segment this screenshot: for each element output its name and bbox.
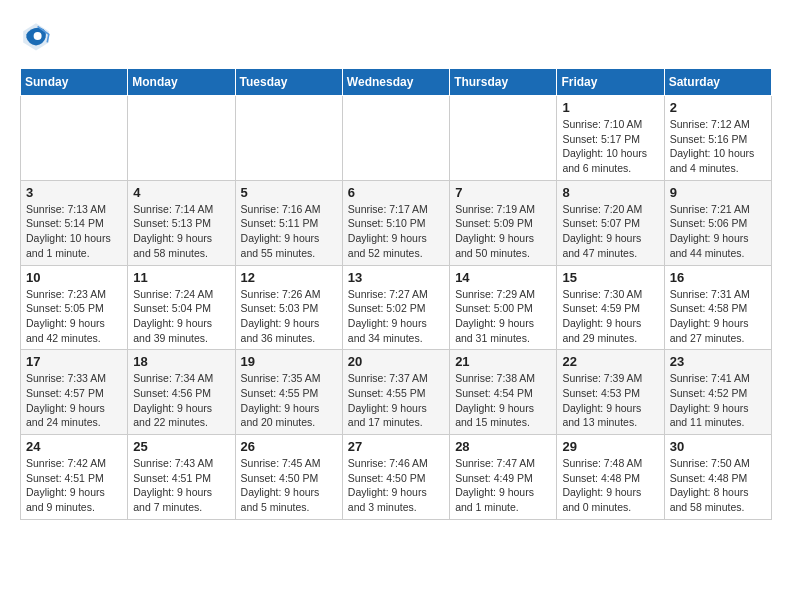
day-number: 2 [670, 100, 766, 115]
day-number: 27 [348, 439, 444, 454]
day-number: 16 [670, 270, 766, 285]
day-info: Sunrise: 7:42 AM Sunset: 4:51 PM Dayligh… [26, 457, 106, 513]
day-info: Sunrise: 7:17 AM Sunset: 5:10 PM Dayligh… [348, 203, 428, 259]
calendar-day-cell [128, 96, 235, 181]
day-info: Sunrise: 7:31 AM Sunset: 4:58 PM Dayligh… [670, 288, 750, 344]
day-info: Sunrise: 7:33 AM Sunset: 4:57 PM Dayligh… [26, 372, 106, 428]
day-number: 8 [562, 185, 658, 200]
calendar-day-cell: 5Sunrise: 7:16 AM Sunset: 5:11 PM Daylig… [235, 180, 342, 265]
day-info: Sunrise: 7:24 AM Sunset: 5:04 PM Dayligh… [133, 288, 213, 344]
day-info: Sunrise: 7:37 AM Sunset: 4:55 PM Dayligh… [348, 372, 428, 428]
calendar-day-cell: 7Sunrise: 7:19 AM Sunset: 5:09 PM Daylig… [450, 180, 557, 265]
calendar-day-cell: 19Sunrise: 7:35 AM Sunset: 4:55 PM Dayli… [235, 350, 342, 435]
calendar-day-cell: 4Sunrise: 7:14 AM Sunset: 5:13 PM Daylig… [128, 180, 235, 265]
calendar-day-cell: 28Sunrise: 7:47 AM Sunset: 4:49 PM Dayli… [450, 435, 557, 520]
calendar-day-cell: 9Sunrise: 7:21 AM Sunset: 5:06 PM Daylig… [664, 180, 771, 265]
day-number: 15 [562, 270, 658, 285]
day-info: Sunrise: 7:20 AM Sunset: 5:07 PM Dayligh… [562, 203, 642, 259]
calendar-day-cell [21, 96, 128, 181]
day-number: 14 [455, 270, 551, 285]
weekday-header: Saturday [664, 69, 771, 96]
svg-point-2 [34, 32, 42, 40]
day-number: 24 [26, 439, 122, 454]
day-info: Sunrise: 7:34 AM Sunset: 4:56 PM Dayligh… [133, 372, 213, 428]
calendar-day-cell: 25Sunrise: 7:43 AM Sunset: 4:51 PM Dayli… [128, 435, 235, 520]
calendar-day-cell: 26Sunrise: 7:45 AM Sunset: 4:50 PM Dayli… [235, 435, 342, 520]
day-info: Sunrise: 7:43 AM Sunset: 4:51 PM Dayligh… [133, 457, 213, 513]
calendar-day-cell: 23Sunrise: 7:41 AM Sunset: 4:52 PM Dayli… [664, 350, 771, 435]
day-number: 12 [241, 270, 337, 285]
calendar-day-cell: 10Sunrise: 7:23 AM Sunset: 5:05 PM Dayli… [21, 265, 128, 350]
weekday-header: Wednesday [342, 69, 449, 96]
day-info: Sunrise: 7:19 AM Sunset: 5:09 PM Dayligh… [455, 203, 535, 259]
calendar-day-cell: 20Sunrise: 7:37 AM Sunset: 4:55 PM Dayli… [342, 350, 449, 435]
day-info: Sunrise: 7:35 AM Sunset: 4:55 PM Dayligh… [241, 372, 321, 428]
day-info: Sunrise: 7:45 AM Sunset: 4:50 PM Dayligh… [241, 457, 321, 513]
day-number: 5 [241, 185, 337, 200]
calendar-week-row: 17Sunrise: 7:33 AM Sunset: 4:57 PM Dayli… [21, 350, 772, 435]
weekday-header: Tuesday [235, 69, 342, 96]
calendar-day-cell: 30Sunrise: 7:50 AM Sunset: 4:48 PM Dayli… [664, 435, 771, 520]
calendar-day-cell: 14Sunrise: 7:29 AM Sunset: 5:00 PM Dayli… [450, 265, 557, 350]
day-number: 11 [133, 270, 229, 285]
day-info: Sunrise: 7:10 AM Sunset: 5:17 PM Dayligh… [562, 118, 647, 174]
calendar-day-cell: 24Sunrise: 7:42 AM Sunset: 4:51 PM Dayli… [21, 435, 128, 520]
day-info: Sunrise: 7:14 AM Sunset: 5:13 PM Dayligh… [133, 203, 213, 259]
day-number: 4 [133, 185, 229, 200]
day-info: Sunrise: 7:12 AM Sunset: 5:16 PM Dayligh… [670, 118, 755, 174]
calendar-table: SundayMondayTuesdayWednesdayThursdayFrid… [20, 68, 772, 520]
day-number: 13 [348, 270, 444, 285]
calendar-day-cell [342, 96, 449, 181]
day-number: 7 [455, 185, 551, 200]
day-number: 1 [562, 100, 658, 115]
day-info: Sunrise: 7:47 AM Sunset: 4:49 PM Dayligh… [455, 457, 535, 513]
calendar-week-row: 3Sunrise: 7:13 AM Sunset: 5:14 PM Daylig… [21, 180, 772, 265]
day-info: Sunrise: 7:23 AM Sunset: 5:05 PM Dayligh… [26, 288, 106, 344]
calendar-day-cell: 6Sunrise: 7:17 AM Sunset: 5:10 PM Daylig… [342, 180, 449, 265]
calendar-day-cell: 27Sunrise: 7:46 AM Sunset: 4:50 PM Dayli… [342, 435, 449, 520]
weekday-header: Thursday [450, 69, 557, 96]
day-info: Sunrise: 7:21 AM Sunset: 5:06 PM Dayligh… [670, 203, 750, 259]
day-number: 22 [562, 354, 658, 369]
day-number: 30 [670, 439, 766, 454]
calendar-day-cell: 2Sunrise: 7:12 AM Sunset: 5:16 PM Daylig… [664, 96, 771, 181]
day-number: 20 [348, 354, 444, 369]
day-info: Sunrise: 7:16 AM Sunset: 5:11 PM Dayligh… [241, 203, 321, 259]
day-number: 18 [133, 354, 229, 369]
day-info: Sunrise: 7:50 AM Sunset: 4:48 PM Dayligh… [670, 457, 750, 513]
calendar-day-cell: 16Sunrise: 7:31 AM Sunset: 4:58 PM Dayli… [664, 265, 771, 350]
day-info: Sunrise: 7:26 AM Sunset: 5:03 PM Dayligh… [241, 288, 321, 344]
calendar-day-cell: 17Sunrise: 7:33 AM Sunset: 4:57 PM Dayli… [21, 350, 128, 435]
calendar-day-cell: 21Sunrise: 7:38 AM Sunset: 4:54 PM Dayli… [450, 350, 557, 435]
day-info: Sunrise: 7:29 AM Sunset: 5:00 PM Dayligh… [455, 288, 535, 344]
calendar-day-cell: 13Sunrise: 7:27 AM Sunset: 5:02 PM Dayli… [342, 265, 449, 350]
day-info: Sunrise: 7:13 AM Sunset: 5:14 PM Dayligh… [26, 203, 111, 259]
day-info: Sunrise: 7:39 AM Sunset: 4:53 PM Dayligh… [562, 372, 642, 428]
calendar-day-cell: 22Sunrise: 7:39 AM Sunset: 4:53 PM Dayli… [557, 350, 664, 435]
day-info: Sunrise: 7:30 AM Sunset: 4:59 PM Dayligh… [562, 288, 642, 344]
header-row: SundayMondayTuesdayWednesdayThursdayFrid… [21, 69, 772, 96]
day-info: Sunrise: 7:41 AM Sunset: 4:52 PM Dayligh… [670, 372, 750, 428]
calendar-day-cell: 1Sunrise: 7:10 AM Sunset: 5:17 PM Daylig… [557, 96, 664, 181]
day-number: 29 [562, 439, 658, 454]
calendar-day-cell: 3Sunrise: 7:13 AM Sunset: 5:14 PM Daylig… [21, 180, 128, 265]
day-number: 28 [455, 439, 551, 454]
calendar-week-row: 10Sunrise: 7:23 AM Sunset: 5:05 PM Dayli… [21, 265, 772, 350]
calendar-day-cell: 15Sunrise: 7:30 AM Sunset: 4:59 PM Dayli… [557, 265, 664, 350]
calendar-day-cell: 29Sunrise: 7:48 AM Sunset: 4:48 PM Dayli… [557, 435, 664, 520]
day-number: 3 [26, 185, 122, 200]
calendar-week-row: 1Sunrise: 7:10 AM Sunset: 5:17 PM Daylig… [21, 96, 772, 181]
weekday-header: Friday [557, 69, 664, 96]
calendar-day-cell: 11Sunrise: 7:24 AM Sunset: 5:04 PM Dayli… [128, 265, 235, 350]
logo-icon [20, 20, 52, 52]
day-number: 6 [348, 185, 444, 200]
day-number: 9 [670, 185, 766, 200]
day-number: 17 [26, 354, 122, 369]
weekday-header: Sunday [21, 69, 128, 96]
day-number: 19 [241, 354, 337, 369]
calendar-day-cell [450, 96, 557, 181]
calendar-week-row: 24Sunrise: 7:42 AM Sunset: 4:51 PM Dayli… [21, 435, 772, 520]
day-info: Sunrise: 7:38 AM Sunset: 4:54 PM Dayligh… [455, 372, 535, 428]
day-number: 23 [670, 354, 766, 369]
calendar-day-cell: 8Sunrise: 7:20 AM Sunset: 5:07 PM Daylig… [557, 180, 664, 265]
